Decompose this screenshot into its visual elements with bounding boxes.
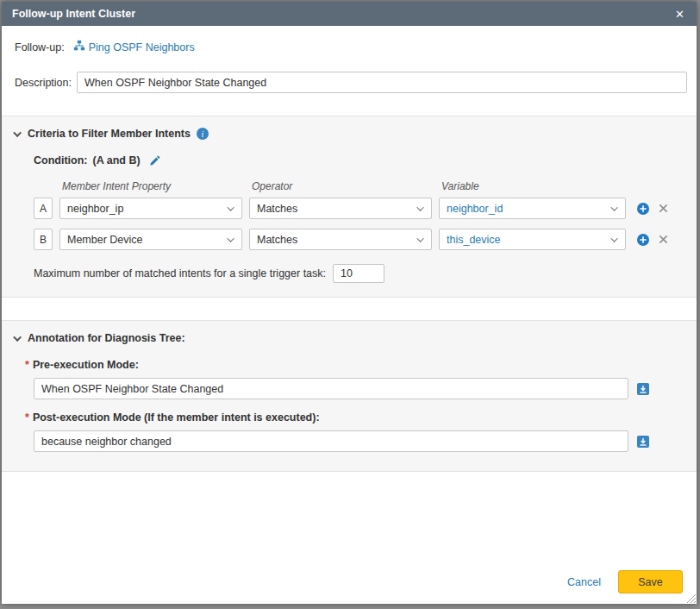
followup-intent-link[interactable]: Ping OSPF Neighbors <box>89 41 195 53</box>
remove-condition-icon[interactable] <box>659 204 668 213</box>
add-condition-icon[interactable] <box>636 202 650 216</box>
operator-select[interactable]: Matches <box>249 198 432 219</box>
operator-select-value: Matches <box>257 203 414 215</box>
post-execution-row <box>34 430 683 452</box>
property-select-value: Member Device <box>67 234 224 246</box>
dialog-header: Follow-up Intent Cluster ✕ <box>2 2 697 26</box>
column-spacer <box>34 180 59 192</box>
row-key-badge: B <box>34 229 53 250</box>
chevron-down-icon <box>13 129 22 137</box>
variable-select-value: neighbor_id <box>447 203 608 215</box>
dialog-title: Follow-up Intent Cluster <box>12 8 672 20</box>
post-execution-label-row: *Post-execution Mode (If the member inte… <box>25 411 683 424</box>
chevron-down-icon <box>610 204 617 210</box>
condition-row: Condition: (A and B) <box>34 154 683 166</box>
required-asterisk: * <box>25 359 29 371</box>
variable-select[interactable]: this_device <box>439 229 626 250</box>
edit-pencil-icon[interactable] <box>149 154 161 166</box>
variable-select-value: this_device <box>447 234 608 246</box>
property-select-value: neighbor_ip <box>67 203 224 215</box>
pre-execution-label: Pre-execution Mode: <box>33 359 139 371</box>
pre-execution-label-row: *Pre-execution Mode: <box>25 359 683 371</box>
criteria-section: Criteria to Filter Member Intents i Cond… <box>2 116 697 298</box>
dialog-footer: Cancel Save <box>567 570 683 593</box>
annotation-section-header[interactable]: Annotation for Diagnosis Tree: <box>16 330 683 347</box>
annotation-section-title: Annotation for Diagnosis Tree: <box>28 332 185 344</box>
criteria-section-header[interactable]: Criteria to Filter Member Intents i <box>16 125 683 142</box>
pre-execution-row <box>34 378 683 399</box>
dialog-body: Follow-up: Ping OSPF Neighbors Descripti… <box>2 40 697 472</box>
resize-handle[interactable] <box>686 593 696 603</box>
chevron-down-icon <box>13 333 22 342</box>
annotation-section: Annotation for Diagnosis Tree: *Pre-exec… <box>2 320 697 472</box>
info-icon[interactable]: i <box>197 128 209 140</box>
followup-link-wrap: Ping OSPF Neighbors <box>73 40 195 54</box>
max-intents-label: Maximum number of matched intents for a … <box>34 267 326 279</box>
chevron-down-icon <box>610 235 617 242</box>
remove-condition-icon[interactable] <box>659 235 668 244</box>
column-headers: Member Intent Property Operator Variable <box>34 180 683 192</box>
operator-select-value: Matches <box>257 234 414 246</box>
cancel-button[interactable]: Cancel <box>567 576 601 588</box>
followup-intent-cluster-dialog: Follow-up Intent Cluster ✕ Follow-up: Pi… <box>2 2 697 604</box>
modal-overlay: Follow-up Intent Cluster ✕ Follow-up: Pi… <box>0 0 700 609</box>
post-execution-label: Post-execution Mode (If the member inten… <box>33 411 320 424</box>
condition-expression: (A and B) <box>92 154 140 166</box>
chevron-down-icon <box>416 235 423 242</box>
operator-select[interactable]: Matches <box>249 229 432 250</box>
add-condition-icon[interactable] <box>636 233 650 247</box>
followup-label: Follow-up: <box>15 41 65 53</box>
criteria-row-a: A neighbor_ip Matches neighbor_id <box>34 198 683 219</box>
variable-select[interactable]: neighbor_id <box>439 198 626 219</box>
description-label: Description: <box>15 77 77 89</box>
column-member-intent-property: Member Intent Property <box>59 180 249 192</box>
save-button[interactable]: Save <box>618 570 683 593</box>
required-asterisk: * <box>25 411 29 424</box>
condition-label: Condition: <box>34 154 87 166</box>
row-key-badge: A <box>34 198 53 219</box>
max-intents-input[interactable] <box>333 264 384 283</box>
chevron-down-icon <box>416 204 423 210</box>
property-select[interactable]: Member Device <box>59 229 242 250</box>
description-row: Description: <box>2 72 697 93</box>
property-select[interactable]: neighbor_ip <box>59 198 242 219</box>
insert-variable-icon[interactable] <box>636 382 650 396</box>
criteria-section-title: Criteria to Filter Member Intents <box>28 128 191 140</box>
criteria-row-b: B Member Device Matches this_device <box>34 229 683 250</box>
column-operator: Operator <box>249 180 439 192</box>
description-input[interactable] <box>77 72 687 93</box>
pre-execution-input[interactable] <box>34 378 628 399</box>
intent-cluster-icon <box>73 40 85 54</box>
column-variable: Variable <box>439 180 626 192</box>
insert-variable-icon[interactable] <box>636 435 650 449</box>
chevron-down-icon <box>227 204 234 210</box>
max-intents-row: Maximum number of matched intents for a … <box>34 264 683 283</box>
post-execution-input[interactable] <box>34 430 628 452</box>
chevron-down-icon <box>227 235 234 242</box>
close-icon[interactable]: ✕ <box>672 7 688 22</box>
followup-row: Follow-up: Ping OSPF Neighbors <box>2 40 697 54</box>
